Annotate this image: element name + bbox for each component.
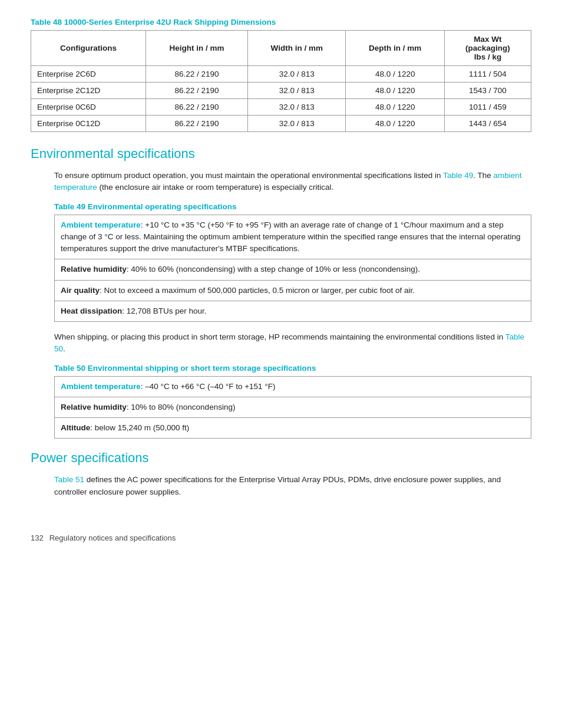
spec-cell: Ambient temperature: +10 °C to +35 °C (+… — [55, 215, 531, 259]
table-cell: Enterprise 2C6D — [31, 66, 146, 83]
spec-row: Ambient temperature: +10 °C to +35 °C (+… — [55, 215, 531, 259]
col-header-weight: Max Wt(packaging)lbs / kg — [444, 31, 531, 66]
table-49-title: Table 49 Environmental operating specifi… — [54, 202, 531, 211]
spec-label: Air quality — [61, 286, 100, 295]
table51-link[interactable]: Table 51 — [54, 475, 84, 484]
spec-label: Ambient temperature — [61, 220, 141, 229]
footer-text: Regulatory notices and specifications — [49, 533, 176, 542]
shipping-intro-end: . — [63, 344, 65, 353]
table-48-title: Table 48 10000-Series Enterprise 42U Rac… — [31, 18, 531, 27]
table-50: Ambient temperature: –40 °C to +66 °C (–… — [54, 376, 531, 439]
power-intro-text: Table 51 defines the AC power specificat… — [54, 474, 531, 498]
spec-label: Relative humidity — [61, 403, 127, 411]
spec-row: Heat dissipation: 12,708 BTUs per hour. — [55, 301, 531, 321]
table-cell: 1011 / 459 — [444, 99, 531, 116]
table-cell: 48.0 / 1220 — [346, 66, 445, 83]
env-intro-part2: . The — [473, 171, 493, 180]
table-cell: 48.0 / 1220 — [346, 116, 445, 132]
spec-row: Relative humidity: 10% to 80% (nonconden… — [55, 397, 531, 417]
table-50-title: Table 50 Environmental shipping or short… — [54, 364, 531, 373]
page-number: 132 — [31, 533, 44, 542]
page-footer: 132 Regulatory notices and specification… — [31, 533, 531, 542]
power-intro-body: defines the AC power specifications for … — [54, 475, 501, 496]
spec-cell: Air quality: Not to exceed a maximum of … — [55, 280, 531, 301]
table-row: Enterprise 2C6D86.22 / 219032.0 / 81348.… — [31, 66, 531, 83]
table-cell: Enterprise 0C6D — [31, 99, 146, 116]
table-cell: 1443 / 654 — [444, 116, 531, 132]
table-cell: Enterprise 2C12D — [31, 83, 146, 99]
col-header-depth: Depth in / mm — [346, 31, 445, 66]
shipping-intro-text: When shipping, or placing this product i… — [54, 331, 531, 355]
shipping-intro-part1: When shipping, or placing this product i… — [54, 332, 505, 341]
env-section-heading: Environmental specifications — [31, 146, 531, 162]
spec-cell: Altitude: below 15,240 m (50,000 ft) — [55, 418, 531, 439]
col-header-config: Configurations — [31, 31, 146, 66]
table-cell: 86.22 / 2190 — [146, 66, 247, 83]
table-cell: 1111 / 504 — [444, 66, 531, 83]
table-cell: 32.0 / 813 — [248, 66, 346, 83]
table-cell: 86.22 / 2190 — [146, 99, 247, 116]
env-intro-part3: (the enclosure air intake or room temper… — [97, 183, 333, 192]
table-cell: 32.0 / 813 — [248, 116, 346, 132]
table-cell: 86.22 / 2190 — [146, 116, 247, 132]
spec-row: Altitude: below 15,240 m (50,000 ft) — [55, 418, 531, 439]
table-row: Enterprise 2C12D86.22 / 219032.0 / 81348… — [31, 83, 531, 99]
col-header-height: Height in / mm — [146, 31, 247, 66]
table-49: Ambient temperature: +10 °C to +35 °C (+… — [54, 215, 531, 322]
spec-value: : below 15,240 m (50,000 ft) — [90, 423, 189, 432]
table-cell: 48.0 / 1220 — [346, 83, 445, 99]
spec-value: : Not to exceed a maximum of 500,000 par… — [100, 286, 415, 295]
spec-label: Relative humidity — [61, 265, 127, 274]
spec-value: : 40% to 60% (noncondensing) with a step… — [127, 265, 420, 274]
spec-row: Air quality: Not to exceed a maximum of … — [55, 280, 531, 301]
env-intro-text: To ensure optimum product operation, you… — [54, 170, 531, 194]
spec-value: : 10% to 80% (noncondensing) — [127, 403, 236, 411]
table-cell: 86.22 / 2190 — [146, 83, 247, 99]
env-intro-part1: To ensure optimum product operation, you… — [54, 171, 443, 180]
table-cell: 32.0 / 813 — [248, 99, 346, 116]
table-cell: Enterprise 0C12D — [31, 116, 146, 132]
spec-label: Heat dissipation — [61, 307, 122, 315]
table-cell: 48.0 / 1220 — [346, 99, 445, 116]
table-cell: 32.0 / 813 — [248, 83, 346, 99]
spec-label: Altitude — [61, 423, 90, 432]
spec-cell: Heat dissipation: 12,708 BTUs per hour. — [55, 301, 531, 321]
spec-row: Ambient temperature: –40 °C to +66 °C (–… — [55, 376, 531, 397]
spec-cell: Relative humidity: 10% to 80% (nonconden… — [55, 397, 531, 417]
table-row: Enterprise 0C6D86.22 / 219032.0 / 81348.… — [31, 99, 531, 116]
power-section-heading: Power specifications — [31, 450, 531, 466]
spec-value: : –40 °C to +66 °C (–40 °F to +151 °F) — [141, 382, 276, 391]
spec-value: : 12,708 BTUs per hour. — [122, 307, 206, 315]
spec-cell: Ambient temperature: –40 °C to +66 °C (–… — [55, 376, 531, 397]
table49-link[interactable]: Table 49 — [443, 171, 473, 180]
col-header-width: Width in / mm — [248, 31, 346, 66]
table-row: Enterprise 0C12D86.22 / 219032.0 / 81348… — [31, 116, 531, 132]
spec-cell: Relative humidity: 40% to 60% (nonconden… — [55, 259, 531, 280]
spec-label: Ambient temperature — [61, 382, 141, 391]
table-cell: 1543 / 700 — [444, 83, 531, 99]
spec-row: Relative humidity: 40% to 60% (nonconden… — [55, 259, 531, 280]
table-48: Configurations Height in / mm Width in /… — [31, 30, 531, 132]
